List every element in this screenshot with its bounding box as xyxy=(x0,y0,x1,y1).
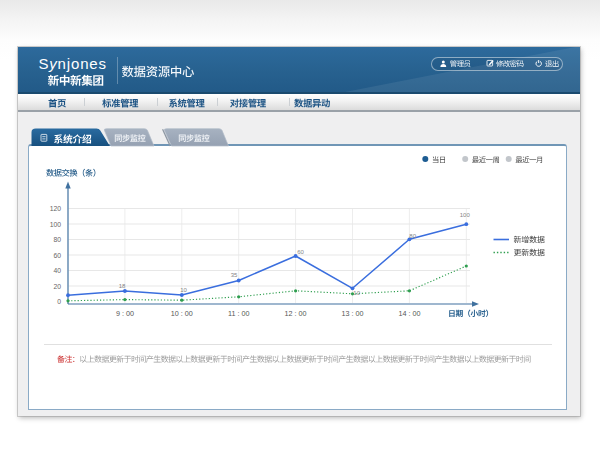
svg-text:80: 80 xyxy=(409,233,416,239)
svg-text:20: 20 xyxy=(53,283,61,290)
svg-text:120: 120 xyxy=(50,205,62,212)
svg-text:100: 100 xyxy=(460,212,471,218)
svg-text:40: 40 xyxy=(53,267,61,274)
svg-text:0: 0 xyxy=(57,298,61,305)
svg-text:9 : 00: 9 : 00 xyxy=(116,309,134,318)
svg-text:11 : 00: 11 : 00 xyxy=(228,309,249,318)
svg-text:80: 80 xyxy=(53,236,61,243)
svg-text:18: 18 xyxy=(119,283,126,289)
svg-text:14 : 00: 14 : 00 xyxy=(398,309,420,318)
svg-text:10: 10 xyxy=(353,290,360,296)
svg-text:12 : 00: 12 : 00 xyxy=(285,309,307,318)
svg-text:35: 35 xyxy=(231,272,238,278)
svg-text:60: 60 xyxy=(53,252,61,259)
svg-text:13 : 00: 13 : 00 xyxy=(342,309,364,318)
svg-text:10 : 00: 10 : 00 xyxy=(171,309,193,318)
svg-text:10: 10 xyxy=(180,287,187,293)
svg-text:Synjones: Synjones xyxy=(38,55,107,72)
svg-text:60: 60 xyxy=(297,249,304,255)
svg-text:100: 100 xyxy=(50,221,62,228)
